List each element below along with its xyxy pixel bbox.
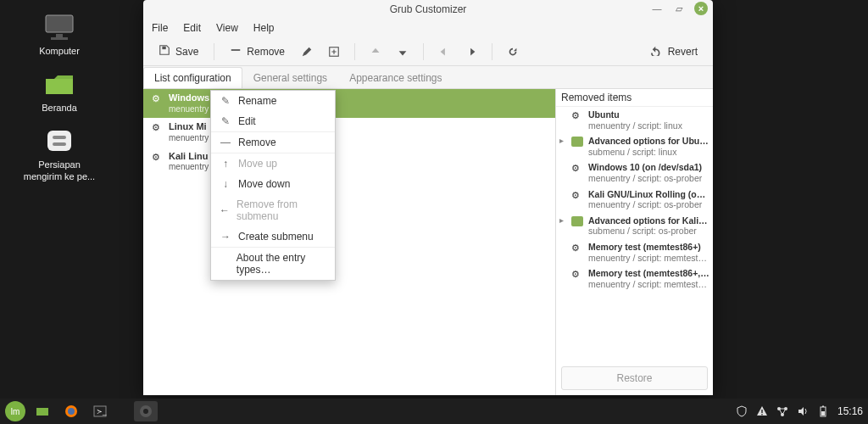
rename-icon: ✎: [220, 95, 231, 107]
expand-icon[interactable]: ▸: [559, 215, 568, 225]
ctx-create-submenu[interactable]: →Create submenu: [211, 226, 335, 247]
entry-icon: ⚙: [571, 162, 585, 173]
list-item[interactable]: ▸ Advanced options for Kali G...submenu …: [556, 213, 713, 239]
separator: [492, 43, 492, 60]
tab-appearance-settings[interactable]: Appearance settings: [338, 67, 453, 88]
tab-list-configuration[interactable]: List configuration: [143, 67, 242, 88]
clock[interactable]: 15:16: [837, 405, 863, 417]
menu-help[interactable]: Help: [253, 22, 275, 34]
close-button[interactable]: ×: [694, 2, 708, 15]
menu-view[interactable]: View: [216, 22, 238, 34]
removed-list[interactable]: ⚙ Ubuntumenuentry / script: linux ▸ Adva…: [556, 107, 713, 361]
removed-panel: Removed items ⚙ Ubuntumenuentry / script…: [555, 89, 713, 395]
settings-icon: [40, 126, 79, 156]
battery-icon[interactable]: [817, 405, 829, 417]
restore-button[interactable]: Restore: [561, 366, 708, 390]
ctx-remove[interactable]: —Remove: [211, 131, 335, 153]
separator: [423, 43, 424, 60]
removed-heading: Removed items: [556, 89, 713, 107]
list-item[interactable]: ⚙ Memory test (memtest86+)menuentry / sc…: [556, 239, 713, 265]
submenu-icon: [571, 136, 585, 148]
expand-icon[interactable]: ▸: [559, 136, 568, 145]
ctx-move-down[interactable]: ↓Move down: [211, 174, 335, 194]
entry-icon: ⚙: [152, 121, 164, 133]
volume-icon[interactable]: [797, 405, 809, 417]
ctx-remove-from-submenu[interactable]: ←Remove from submenu: [211, 194, 335, 226]
edit-pencil-icon[interactable]: [295, 41, 319, 63]
list-item[interactable]: ⚙ Memory test (memtest86+, ...menuentry …: [556, 265, 713, 292]
list-item[interactable]: ⚙ Linux Mi menuentry: [143, 118, 555, 147]
system-tray: 15:16: [736, 405, 863, 417]
remove-icon: —: [220, 137, 231, 148]
desktop-icon-persiapan[interactable]: Persiapan mengirim ke pe...: [17, 126, 102, 181]
right-arrow-icon[interactable]: [459, 41, 483, 63]
warning-icon[interactable]: [756, 405, 768, 417]
entry-icon: ⚙: [571, 109, 585, 120]
taskbar-app-grub[interactable]: [134, 401, 158, 421]
revert-icon: [651, 44, 663, 59]
entry-icon: ⚙: [152, 92, 164, 104]
folder-home-icon: [40, 69, 79, 99]
refresh-icon[interactable]: [501, 41, 525, 63]
menubar: File Edit View Help: [143, 19, 713, 37]
minimize-button[interactable]: —: [650, 2, 664, 15]
ctx-rename[interactable]: ✎Rename: [211, 91, 335, 111]
network-icon[interactable]: [776, 405, 788, 417]
save-icon: [159, 44, 170, 59]
list-item[interactable]: ⚙ Kali Linu menuentry: [143, 148, 555, 176]
list-item[interactable]: ⚙ Windows 10 (on /dev/sda1)menuentry / s…: [556, 159, 713, 186]
menu-edit[interactable]: Edit: [183, 22, 201, 34]
entry-icon: ⚙: [571, 242, 585, 253]
entry-list[interactable]: ⚙ Windows 10 Pro menuentry ⚙ Linux Mi me…: [143, 89, 555, 395]
ctx-edit[interactable]: ✎Edit: [211, 111, 335, 131]
svg-rect-1: [56, 34, 63, 37]
list-item[interactable]: ▸ Advanced options for Ubuntusubmenu / s…: [556, 133, 713, 159]
menu-file[interactable]: File: [152, 22, 168, 34]
svg-rect-20: [761, 414, 762, 415]
terminal-icon[interactable]: ≻_: [88, 401, 112, 421]
svg-rect-25: [821, 411, 825, 416]
new-entry-icon[interactable]: [322, 41, 346, 63]
down-icon: ↓: [220, 178, 231, 190]
list-item[interactable]: ⚙ Ubuntumenuentry / script: linux: [556, 107, 713, 133]
list-item[interactable]: ⚙ Kali GNU/Linux Rolling (on /...menuent…: [556, 187, 713, 213]
monitor-icon: [40, 12, 79, 42]
up-arrow-icon[interactable]: [364, 41, 387, 63]
save-button[interactable]: Save: [152, 41, 205, 62]
titlebar[interactable]: Grub Customizer — ▱ ×: [143, 0, 713, 19]
submenu-icon: [571, 215, 585, 228]
toolbar: Save Remove Revert: [143, 37, 713, 66]
window-title: Grub Customizer: [390, 3, 467, 15]
entry-icon: ⚙: [152, 151, 164, 163]
revert-button[interactable]: Revert: [644, 41, 704, 62]
right-icon: →: [220, 231, 231, 243]
left-icon: ←: [220, 204, 230, 216]
entry-icon: ⚙: [571, 268, 585, 279]
svg-rect-6: [53, 142, 66, 146]
desktop-icon-beranda[interactable]: Beranda: [17, 69, 102, 114]
ctx-about-entry-types[interactable]: About the entry types…: [211, 247, 335, 280]
desktop-icon-komputer[interactable]: Komputer: [17, 12, 102, 57]
tab-bar: List configuration General settings Appe…: [143, 66, 713, 88]
firefox-icon[interactable]: [59, 401, 83, 421]
ctx-move-up[interactable]: ↑Move up: [211, 153, 335, 174]
svg-rect-3: [46, 79, 73, 94]
shield-icon[interactable]: [736, 405, 748, 417]
tab-general-settings[interactable]: General settings: [242, 67, 338, 88]
desktop-icon-label: Persiapan mengirim ke pe...: [21, 159, 97, 181]
separator: [354, 43, 355, 60]
svg-text:lm: lm: [11, 407, 20, 416]
desktop: Komputer Beranda Persiapan mengirim ke p…: [0, 0, 136, 182]
svg-text:≻_: ≻_: [97, 408, 107, 416]
svg-rect-12: [36, 408, 48, 416]
left-arrow-icon[interactable]: [432, 41, 456, 63]
down-arrow-icon[interactable]: [391, 41, 415, 63]
list-item[interactable]: ⚙ Windows 10 Pro menuentry: [143, 89, 555, 118]
svg-rect-7: [162, 47, 165, 50]
svg-rect-4: [47, 131, 71, 151]
remove-button[interactable]: Remove: [223, 41, 292, 62]
files-icon[interactable]: [31, 401, 54, 421]
svg-point-18: [143, 409, 148, 414]
start-menu-icon[interactable]: lm: [5, 401, 25, 421]
maximize-button[interactable]: ▱: [672, 2, 686, 15]
